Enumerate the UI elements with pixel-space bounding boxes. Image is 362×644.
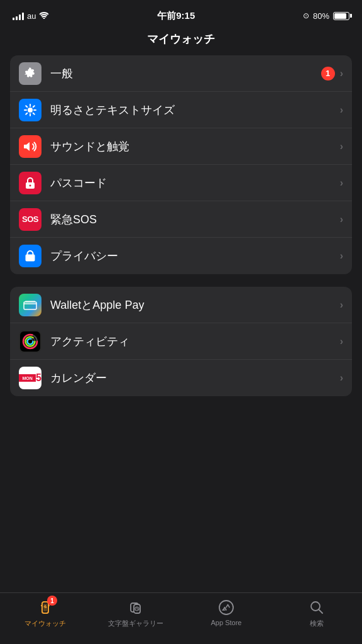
brightness-chevron: › [340,104,343,116]
svg-line-7 [33,113,35,114]
watchfaces-tab-icon-wrap [126,598,145,617]
svg-rect-24 [48,605,50,606]
privacy-chevron: › [340,250,343,262]
calendar-chevron: › [340,372,343,384]
appstore-tab-label: App Store [211,619,242,626]
calendar-label: カレンダー [50,370,340,386]
sos-label: 緊急SOS [50,212,340,227]
section-group-1: 一般 1 › 明るさとテキストサイズ › [10,55,352,274]
wifi-icon [39,11,49,21]
tab-bar: 1 マイウォッチ 文字盤ギャラリー App Store [0,592,362,644]
status-bar: au 午前9:15 ⊙ 80% [0,0,362,28]
list-item-calendar[interactable]: MON 5 カレンダー › [10,360,352,396]
mywatch-tab-label: マイウォッチ [25,619,66,628]
list-item-sos[interactable]: SOS 緊急SOS › [10,201,352,238]
list-item-privacy[interactable]: プライバシー › [10,238,352,274]
svg-point-1 [28,108,33,113]
main-content: マイウォッチ 一般 1 › [0,28,362,644]
page-title: マイウォッチ [0,28,362,55]
svg-line-8 [33,106,35,107]
calendar-icon: MON 5 [19,367,41,389]
carrier-label: au [27,11,36,21]
wallet-label: WalletとApple Pay [50,297,340,313]
brightness-icon [19,99,41,121]
privacy-icon [19,245,41,267]
mywatch-tab-badge: 1 [47,596,57,606]
general-chevron: › [340,68,343,79]
activity-chevron: › [340,336,343,347]
svg-line-36 [319,610,323,614]
list-item-passcode[interactable]: パスコード › [10,165,352,201]
general-label: 一般 [50,66,321,81]
battery-percent-label: 80% [313,11,329,21]
location-icon: ⊙ [303,11,309,20]
mywatch-tab-icon-wrap: 1 [36,598,55,617]
general-badge: 1 [321,67,335,80]
list-item-general[interactable]: 一般 1 › [10,55,352,92]
status-right: ⊙ 80% [303,11,349,21]
sound-icon [19,135,41,158]
svg-point-27 [45,607,46,608]
svg-rect-13 [25,301,35,303]
tab-item-mywatch[interactable]: 1 マイウォッチ [0,598,90,628]
passcode-chevron: › [340,177,343,189]
svg-line-9 [26,113,27,114]
appstore-tab-icon-wrap [217,598,236,617]
section-group-2: WalletとApple Pay › アクティビティ › [10,287,352,396]
list-item-sound[interactable]: サウンドと触覚 › [10,128,352,165]
svg-point-11 [30,184,31,186]
privacy-label: プライバシー [50,248,340,264]
list-item-brightness[interactable]: 明るさとテキストサイズ › [10,92,352,128]
wallet-icon [19,294,41,316]
sos-chevron: › [340,214,343,225]
signal-bars-icon [13,11,24,20]
battery-icon [333,12,349,20]
tab-item-appstore[interactable]: App Store [181,598,272,626]
status-time: 午前9:15 [157,10,195,22]
svg-line-6 [26,106,27,107]
svg-point-0 [43,18,45,19]
list-item-activity[interactable]: アクティビティ › [10,323,352,360]
general-icon [19,62,41,85]
tab-item-watchfaces[interactable]: 文字盤ギャラリー [90,598,181,628]
sound-label: サウンドと触覚 [50,139,340,154]
activity-icon [19,330,41,353]
svg-rect-12 [24,302,36,309]
section-spacer [0,279,362,287]
sos-icon: SOS [19,208,41,231]
search-tab-label: 検索 [310,619,324,628]
watchfaces-tab-label: 文字盤ギャラリー [108,619,163,628]
brightness-label: 明るさとテキストサイズ [50,103,340,118]
svg-rect-23 [41,605,42,606]
status-left: au [13,11,49,21]
activity-label: アクティビティ [50,334,340,349]
tab-item-search[interactable]: 検索 [272,598,362,628]
wallet-chevron: › [340,299,343,311]
passcode-label: パスコード [50,175,340,191]
passcode-icon [19,172,41,194]
search-tab-icon-wrap [307,598,326,617]
list-item-wallet[interactable]: WalletとApple Pay › [10,287,352,323]
sound-chevron: › [340,141,343,152]
